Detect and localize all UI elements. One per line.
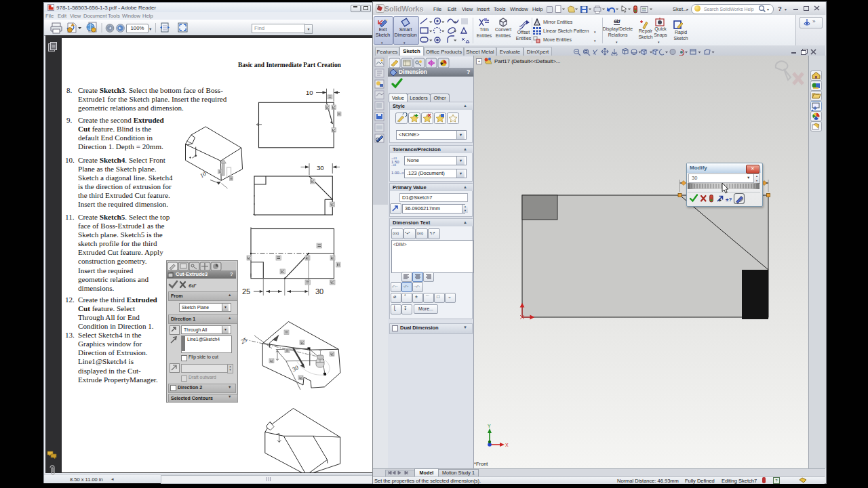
svg-text:*Front: *Front [474, 461, 488, 467]
svg-text:Y: Y [488, 424, 491, 428]
svg-text:X: X [505, 443, 509, 447]
svg-text:±?: ±? [726, 197, 732, 203]
